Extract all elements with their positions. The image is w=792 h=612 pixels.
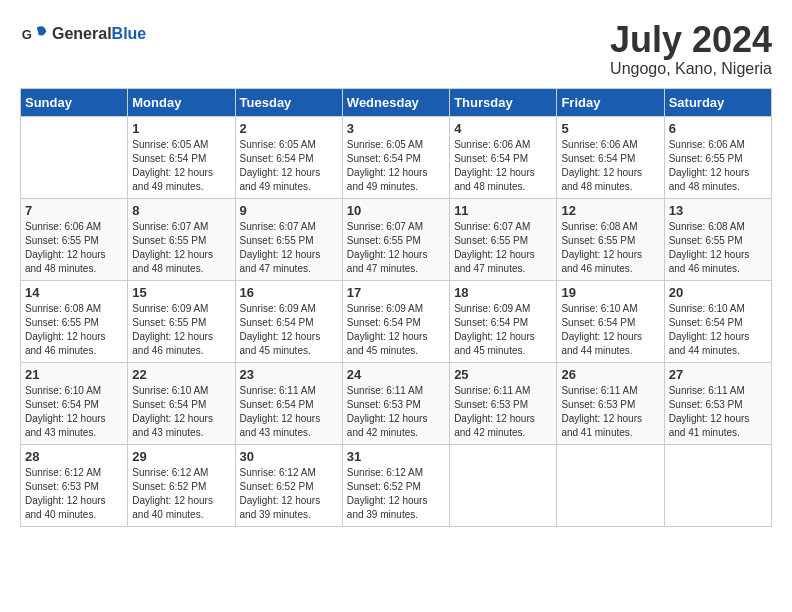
calendar-cell: 28Sunrise: 6:12 AM Sunset: 6:53 PM Dayli…: [21, 444, 128, 526]
calendar-cell: 18Sunrise: 6:09 AM Sunset: 6:54 PM Dayli…: [450, 280, 557, 362]
calendar-cell: 4Sunrise: 6:06 AM Sunset: 6:54 PM Daylig…: [450, 116, 557, 198]
day-info: Sunrise: 6:12 AM Sunset: 6:52 PM Dayligh…: [240, 466, 338, 522]
logo-blue-text: Blue: [112, 25, 147, 42]
calendar-cell: 23Sunrise: 6:11 AM Sunset: 6:54 PM Dayli…: [235, 362, 342, 444]
calendar-cell: 2Sunrise: 6:05 AM Sunset: 6:54 PM Daylig…: [235, 116, 342, 198]
calendar-cell: 6Sunrise: 6:06 AM Sunset: 6:55 PM Daylig…: [664, 116, 771, 198]
day-number: 8: [132, 203, 230, 218]
day-info: Sunrise: 6:06 AM Sunset: 6:54 PM Dayligh…: [561, 138, 659, 194]
calendar-cell: 9Sunrise: 6:07 AM Sunset: 6:55 PM Daylig…: [235, 198, 342, 280]
page-header: G GeneralBlue July 2024 Ungogo, Kano, Ni…: [20, 20, 772, 78]
day-number: 27: [669, 367, 767, 382]
location-subtitle: Ungogo, Kano, Nigeria: [610, 60, 772, 78]
calendar-cell: 17Sunrise: 6:09 AM Sunset: 6:54 PM Dayli…: [342, 280, 449, 362]
calendar-cell: 25Sunrise: 6:11 AM Sunset: 6:53 PM Dayli…: [450, 362, 557, 444]
day-number: 7: [25, 203, 123, 218]
day-info: Sunrise: 6:07 AM Sunset: 6:55 PM Dayligh…: [132, 220, 230, 276]
day-number: 28: [25, 449, 123, 464]
day-info: Sunrise: 6:05 AM Sunset: 6:54 PM Dayligh…: [132, 138, 230, 194]
day-info: Sunrise: 6:11 AM Sunset: 6:53 PM Dayligh…: [454, 384, 552, 440]
day-number: 24: [347, 367, 445, 382]
day-info: Sunrise: 6:12 AM Sunset: 6:52 PM Dayligh…: [132, 466, 230, 522]
day-of-week-header: Saturday: [664, 88, 771, 116]
day-number: 4: [454, 121, 552, 136]
day-of-week-header: Friday: [557, 88, 664, 116]
day-info: Sunrise: 6:11 AM Sunset: 6:53 PM Dayligh…: [347, 384, 445, 440]
day-of-week-header: Wednesday: [342, 88, 449, 116]
day-number: 9: [240, 203, 338, 218]
day-info: Sunrise: 6:12 AM Sunset: 6:52 PM Dayligh…: [347, 466, 445, 522]
day-info: Sunrise: 6:10 AM Sunset: 6:54 PM Dayligh…: [25, 384, 123, 440]
calendar-cell: 27Sunrise: 6:11 AM Sunset: 6:53 PM Dayli…: [664, 362, 771, 444]
calendar-cell: 14Sunrise: 6:08 AM Sunset: 6:55 PM Dayli…: [21, 280, 128, 362]
day-number: 11: [454, 203, 552, 218]
day-number: 12: [561, 203, 659, 218]
calendar-cell: 20Sunrise: 6:10 AM Sunset: 6:54 PM Dayli…: [664, 280, 771, 362]
day-number: 16: [240, 285, 338, 300]
day-number: 30: [240, 449, 338, 464]
day-info: Sunrise: 6:06 AM Sunset: 6:55 PM Dayligh…: [669, 138, 767, 194]
day-info: Sunrise: 6:05 AM Sunset: 6:54 PM Dayligh…: [347, 138, 445, 194]
day-number: 17: [347, 285, 445, 300]
calendar-cell: 7Sunrise: 6:06 AM Sunset: 6:55 PM Daylig…: [21, 198, 128, 280]
day-number: 13: [669, 203, 767, 218]
calendar-cell: [450, 444, 557, 526]
calendar-cell: 3Sunrise: 6:05 AM Sunset: 6:54 PM Daylig…: [342, 116, 449, 198]
day-info: Sunrise: 6:07 AM Sunset: 6:55 PM Dayligh…: [454, 220, 552, 276]
calendar-week-row: 7Sunrise: 6:06 AM Sunset: 6:55 PM Daylig…: [21, 198, 772, 280]
day-info: Sunrise: 6:05 AM Sunset: 6:54 PM Dayligh…: [240, 138, 338, 194]
day-of-week-header: Tuesday: [235, 88, 342, 116]
day-number: 22: [132, 367, 230, 382]
calendar-cell: 24Sunrise: 6:11 AM Sunset: 6:53 PM Dayli…: [342, 362, 449, 444]
calendar-header-row: SundayMondayTuesdayWednesdayThursdayFrid…: [21, 88, 772, 116]
calendar-cell: [664, 444, 771, 526]
day-info: Sunrise: 6:08 AM Sunset: 6:55 PM Dayligh…: [25, 302, 123, 358]
calendar-cell: 15Sunrise: 6:09 AM Sunset: 6:55 PM Dayli…: [128, 280, 235, 362]
day-info: Sunrise: 6:09 AM Sunset: 6:55 PM Dayligh…: [132, 302, 230, 358]
day-info: Sunrise: 6:08 AM Sunset: 6:55 PM Dayligh…: [669, 220, 767, 276]
calendar-week-row: 28Sunrise: 6:12 AM Sunset: 6:53 PM Dayli…: [21, 444, 772, 526]
day-info: Sunrise: 6:11 AM Sunset: 6:53 PM Dayligh…: [669, 384, 767, 440]
logo-general-text: General: [52, 25, 112, 42]
calendar-cell: [21, 116, 128, 198]
day-number: 3: [347, 121, 445, 136]
day-number: 10: [347, 203, 445, 218]
day-number: 15: [132, 285, 230, 300]
calendar-cell: 1Sunrise: 6:05 AM Sunset: 6:54 PM Daylig…: [128, 116, 235, 198]
day-info: Sunrise: 6:10 AM Sunset: 6:54 PM Dayligh…: [669, 302, 767, 358]
title-area: July 2024 Ungogo, Kano, Nigeria: [610, 20, 772, 78]
logo-icon: G: [20, 20, 48, 48]
day-info: Sunrise: 6:11 AM Sunset: 6:53 PM Dayligh…: [561, 384, 659, 440]
calendar-cell: 29Sunrise: 6:12 AM Sunset: 6:52 PM Dayli…: [128, 444, 235, 526]
svg-text:G: G: [22, 27, 32, 42]
calendar-cell: 22Sunrise: 6:10 AM Sunset: 6:54 PM Dayli…: [128, 362, 235, 444]
day-info: Sunrise: 6:08 AM Sunset: 6:55 PM Dayligh…: [561, 220, 659, 276]
calendar-cell: 11Sunrise: 6:07 AM Sunset: 6:55 PM Dayli…: [450, 198, 557, 280]
calendar-cell: 21Sunrise: 6:10 AM Sunset: 6:54 PM Dayli…: [21, 362, 128, 444]
calendar-cell: 13Sunrise: 6:08 AM Sunset: 6:55 PM Dayli…: [664, 198, 771, 280]
calendar-table: SundayMondayTuesdayWednesdayThursdayFrid…: [20, 88, 772, 527]
logo: G GeneralBlue: [20, 20, 146, 48]
day-of-week-header: Sunday: [21, 88, 128, 116]
day-number: 26: [561, 367, 659, 382]
day-number: 1: [132, 121, 230, 136]
month-year-title: July 2024: [610, 20, 772, 60]
day-info: Sunrise: 6:07 AM Sunset: 6:55 PM Dayligh…: [347, 220, 445, 276]
day-number: 19: [561, 285, 659, 300]
calendar-cell: 12Sunrise: 6:08 AM Sunset: 6:55 PM Dayli…: [557, 198, 664, 280]
day-number: 14: [25, 285, 123, 300]
day-number: 2: [240, 121, 338, 136]
day-number: 23: [240, 367, 338, 382]
day-number: 6: [669, 121, 767, 136]
day-info: Sunrise: 6:10 AM Sunset: 6:54 PM Dayligh…: [132, 384, 230, 440]
day-number: 18: [454, 285, 552, 300]
calendar-cell: 31Sunrise: 6:12 AM Sunset: 6:52 PM Dayli…: [342, 444, 449, 526]
day-number: 25: [454, 367, 552, 382]
calendar-cell: 26Sunrise: 6:11 AM Sunset: 6:53 PM Dayli…: [557, 362, 664, 444]
calendar-cell: 30Sunrise: 6:12 AM Sunset: 6:52 PM Dayli…: [235, 444, 342, 526]
calendar-cell: 5Sunrise: 6:06 AM Sunset: 6:54 PM Daylig…: [557, 116, 664, 198]
calendar-week-row: 21Sunrise: 6:10 AM Sunset: 6:54 PM Dayli…: [21, 362, 772, 444]
day-info: Sunrise: 6:06 AM Sunset: 6:54 PM Dayligh…: [454, 138, 552, 194]
day-of-week-header: Monday: [128, 88, 235, 116]
day-number: 5: [561, 121, 659, 136]
